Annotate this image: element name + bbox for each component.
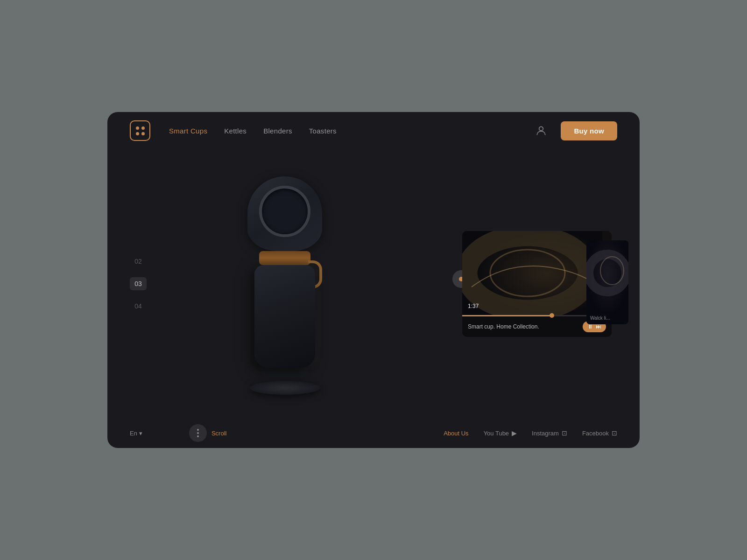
app-window: Smart Cups Kettles Blenders Toasters Buy… bbox=[107, 112, 640, 448]
header: Smart Cups Kettles Blenders Toasters Buy… bbox=[107, 112, 640, 149]
main-content: 02 03 04 bbox=[107, 149, 640, 418]
footer-instagram[interactable]: Instagram ⊡ bbox=[532, 429, 567, 437]
scroll-dots-icon bbox=[197, 429, 199, 437]
footer-facebook[interactable]: Facebook ⊡ bbox=[582, 429, 617, 437]
buy-now-button[interactable]: Buy now bbox=[561, 121, 617, 140]
main-nav: Smart Cups Kettles Blenders Toasters bbox=[169, 127, 533, 135]
video-next-button[interactable]: ⏭ bbox=[596, 323, 601, 330]
facebook-label: Facebook bbox=[582, 430, 609, 437]
product-image bbox=[229, 176, 341, 391]
slide-02[interactable]: 02 bbox=[130, 255, 147, 268]
video-timestamp: 1:37 bbox=[468, 303, 479, 309]
instagram-icon: ⊡ bbox=[562, 429, 567, 437]
cup-top bbox=[247, 176, 322, 251]
scroll-label: Scroll bbox=[211, 430, 227, 437]
logo-icon bbox=[136, 126, 145, 135]
nav-blenders[interactable]: Blenders bbox=[263, 127, 292, 135]
video-title: Smart cup. Home Collection. bbox=[468, 323, 539, 330]
lang-label: En bbox=[130, 430, 137, 437]
video-panel: 1:37 ⤢ Smart cup. Home Collection. ⏸ ⏭ bbox=[462, 222, 640, 346]
about-us-label: About Us bbox=[444, 430, 468, 437]
youtube-icon: ▶ bbox=[512, 429, 517, 437]
svg-point-0 bbox=[539, 126, 543, 131]
user-account-icon[interactable] bbox=[533, 122, 550, 139]
instagram-label: Instagram bbox=[532, 430, 559, 437]
slide-03[interactable]: 03 bbox=[130, 277, 147, 290]
scroll-circle bbox=[189, 424, 207, 442]
cup-middle bbox=[259, 251, 310, 265]
nav-toasters[interactable]: Toasters bbox=[309, 127, 337, 135]
header-right: Buy now bbox=[533, 121, 617, 140]
slide-04[interactable]: 04 bbox=[130, 300, 147, 313]
language-selector[interactable]: En ▾ bbox=[130, 430, 142, 437]
footer-links: About Us You Tube ▶ Instagram ⊡ Facebook… bbox=[444, 429, 617, 437]
cup-top-ring bbox=[259, 186, 310, 237]
lang-arrow-icon: ▾ bbox=[139, 430, 142, 437]
video-secondary-title: Walck li... bbox=[590, 315, 610, 321]
nav-kettles[interactable]: Kettles bbox=[224, 127, 247, 135]
footer-about-us[interactable]: About Us bbox=[444, 430, 468, 437]
video-progress-fill bbox=[462, 315, 552, 316]
videos-row: 1:37 ⤢ Smart cup. Home Collection. ⏸ ⏭ bbox=[462, 231, 628, 337]
video-progress-dot bbox=[550, 313, 554, 318]
scroll-indicator[interactable]: Scroll bbox=[189, 424, 227, 442]
logo[interactable] bbox=[130, 120, 150, 141]
video-pause-button[interactable]: ⏸ bbox=[587, 323, 593, 330]
nav-smart-cups[interactable]: Smart Cups bbox=[169, 127, 207, 135]
cup-body bbox=[254, 265, 315, 368]
video-secondary[interactable]: Walck li... bbox=[586, 240, 628, 324]
footer: En ▾ Scroll About Us You Tube ▶ In bbox=[107, 418, 640, 448]
footer-youtube[interactable]: You Tube ▶ bbox=[484, 429, 517, 437]
facebook-icon: ⊡ bbox=[612, 429, 617, 437]
cup-base bbox=[250, 381, 320, 395]
slide-indicators: 02 03 04 bbox=[130, 255, 147, 313]
cup-base-connect bbox=[261, 368, 308, 377]
product-area: Smart cup 1.5 hr / 145°F bbox=[107, 149, 462, 418]
youtube-label: You Tube bbox=[484, 430, 509, 437]
